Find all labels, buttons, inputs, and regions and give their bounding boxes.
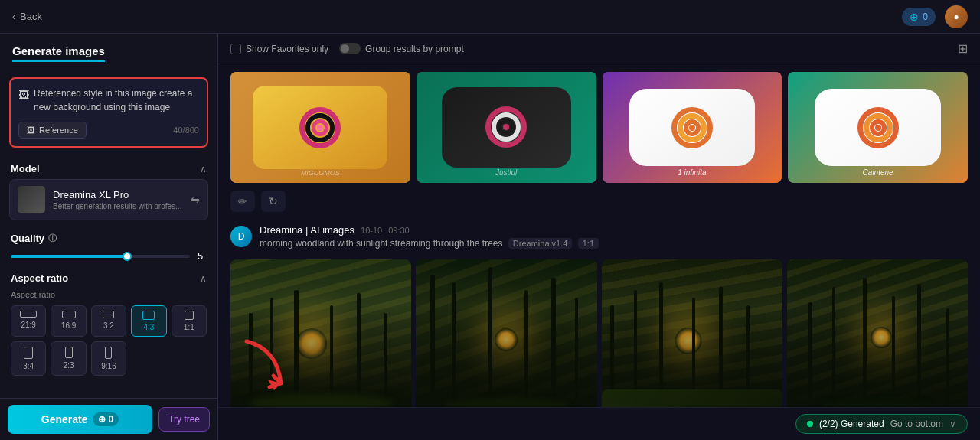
points-value: 0: [923, 11, 928, 22]
tree-sil-4: [787, 305, 968, 407]
avatar[interactable]: ●: [945, 5, 968, 28]
ai-avatar: D: [230, 226, 252, 247]
forest-image-3[interactable]: [602, 259, 782, 407]
tree-sil-2: [416, 305, 596, 407]
grid-view-icon[interactable]: ⊞: [958, 41, 968, 56]
back-button[interactable]: ‹ Back: [12, 11, 42, 22]
vtree-2e: [551, 278, 556, 407]
top-image-actions: ✏ ↻: [230, 187, 968, 218]
vtree-2b: [452, 282, 456, 407]
top-image-2[interactable]: Justlul: [416, 72, 596, 183]
group-results-label: Group results by prompt: [365, 44, 464, 54]
aspect-btn-2-3[interactable]: 2:3: [51, 341, 86, 376]
moss-3: [602, 389, 782, 407]
reference-button[interactable]: 🖼 Reference: [18, 122, 87, 139]
top-image-4[interactable]: Caintene: [788, 72, 968, 183]
top-images-row: MIGUGMOS Justlu: [230, 64, 968, 187]
aspect-btn-3-2[interactable]: 3:2: [91, 305, 126, 337]
go-to-bottom-label: Go to bottom: [890, 419, 943, 429]
aspect-shape-3x2: [103, 311, 114, 318]
quality-value: 5: [198, 250, 207, 262]
edit-button-top[interactable]: ✏: [230, 191, 255, 212]
favorites-checkbox[interactable]: [230, 44, 241, 54]
char-count: 40/800: [173, 125, 199, 135]
ai-avatar-text: D: [238, 231, 245, 242]
coin-icon: ⊕: [910, 11, 919, 23]
quality-info-icon: ⓘ: [48, 233, 57, 244]
vtree-2a: [430, 275, 435, 407]
sidebar: Generate images 🖼 Referenced style in th…: [0, 34, 218, 440]
top-image-1[interactable]: MIGUGMOS: [230, 72, 410, 183]
forest-bg-3: [602, 259, 782, 407]
favorites-label: Show Favorites only: [246, 44, 328, 54]
model-thumbnail: [18, 186, 45, 213]
coin-icon-2: ⊕: [98, 414, 106, 425]
show-favorites-toggle[interactable]: Show Favorites only: [230, 44, 328, 54]
aspect-shape-2x3: [65, 347, 73, 358]
ai-name: Dreamina | AI images: [260, 224, 354, 236]
aspect-shape-16x9: [62, 311, 76, 318]
forest-bg-2: [416, 259, 596, 407]
model-name: Dreamina XL Pro: [53, 189, 183, 200]
generated-dot: [807, 421, 813, 427]
forest-image-1[interactable]: [230, 259, 411, 407]
generate-button[interactable]: Generate ⊕ 0: [8, 405, 152, 434]
vtree-4f: [946, 308, 949, 407]
images-scroll[interactable]: MIGUGMOS Justlu: [218, 64, 980, 407]
content-area: Show Favorites only Group results by pro…: [218, 34, 980, 440]
aspect-ratio-section: Aspect ratio ∧ Aspect ratio 21:9 16:9 3:…: [0, 269, 217, 388]
aspect-btn-9-16[interactable]: 9:16: [91, 341, 126, 376]
generate-label: Generate: [41, 413, 88, 425]
aspect-label-3x2: 3:2: [103, 321, 114, 330]
aspect-label-16x9: 16:9: [61, 321, 76, 330]
ai-ratio-tag: 1:1: [578, 238, 599, 249]
aspect-btn-16-9[interactable]: 16:9: [51, 305, 86, 337]
model-settings-icon[interactable]: ⇋: [191, 194, 200, 206]
aspect-ratio-header: Aspect ratio ∧: [11, 272, 207, 284]
toggle-knob: [341, 44, 349, 53]
refresh-button-top[interactable]: ↻: [261, 191, 286, 212]
back-label: Back: [20, 11, 42, 22]
generated-label: (2/2) Generated: [819, 419, 884, 429]
coin-count: 0: [109, 414, 114, 425]
prompt-image-icon: 🖼: [18, 87, 29, 103]
try-free-button[interactable]: Try free: [158, 407, 210, 432]
aspect-ratio-grid: 21:9 16:9 3:2 4:3 1:1: [11, 305, 207, 376]
ai-info: Dreamina | AI images 10-10 09:30 morning…: [260, 224, 599, 249]
aspect-btn-21-9[interactable]: 21:9: [11, 305, 46, 337]
status-bar: (2/2) Generated Go to bottom ∨: [218, 407, 980, 440]
reference-icon: 🖼: [27, 125, 35, 135]
top-image-3[interactable]: 1 infinita: [603, 72, 782, 183]
forest-image-2[interactable]: [416, 259, 596, 407]
prompt-content: Referenced style in this image create a …: [34, 86, 199, 114]
quality-slider-fill: [11, 255, 127, 258]
model-section-title: Model: [11, 163, 40, 174]
forest-bg-1: [230, 259, 411, 407]
vtree-4a: [808, 302, 812, 407]
aspect-btn-3-4[interactable]: 3:4: [11, 341, 46, 376]
forest-image-4[interactable]: [787, 259, 968, 407]
forest-images-grid: [230, 259, 968, 407]
quality-slider-thumb[interactable]: [122, 252, 132, 261]
vtree-4b: [832, 287, 835, 407]
model-selector[interactable]: Dreamina XL Pro Better generation result…: [9, 179, 208, 220]
group-results-toggle[interactable]: Group results by prompt: [339, 43, 464, 54]
aspect-label-2x3: 2:3: [64, 361, 74, 370]
quality-section: Quality ⓘ 5: [0, 228, 217, 269]
path-4: [823, 400, 932, 407]
prompt-box[interactable]: 🖼 Referenced style in this image create …: [9, 77, 208, 148]
aspect-label-21x9: 21:9: [21, 321, 35, 329]
vtree-2c: [488, 267, 492, 407]
ai-date: 10-10: [361, 226, 382, 235]
sidebar-title: Generate images: [12, 44, 105, 62]
path-2: [443, 397, 570, 407]
model-section-header: Model ∧: [0, 155, 217, 179]
topbar-right: ⊕ 0 ●: [902, 5, 968, 28]
aspect-btn-1-1[interactable]: 1:1: [172, 305, 207, 337]
vtree-4c: [863, 278, 867, 407]
forest-bg-4: [787, 259, 968, 407]
group-toggle-switch[interactable]: [339, 43, 361, 54]
aspect-btn-4-3[interactable]: 4:3: [131, 305, 166, 337]
try-free-label: Try free: [168, 414, 200, 425]
generated-badge[interactable]: (2/2) Generated Go to bottom ∨: [795, 414, 968, 434]
